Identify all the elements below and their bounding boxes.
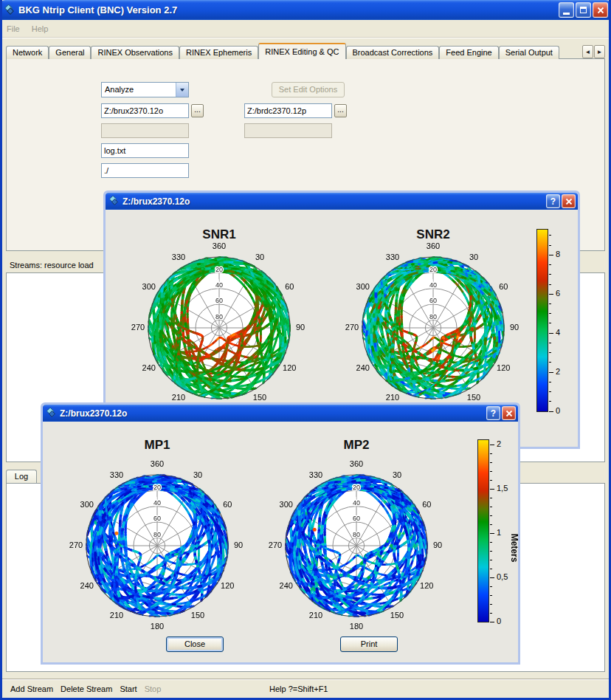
colorbar-minor-tick: [490, 480, 492, 481]
snr-dialog-close-button[interactable]: [562, 194, 576, 208]
close-plot-button[interactable]: Close: [166, 636, 224, 652]
browse-input-nav-button[interactable]: ...: [334, 104, 347, 117]
snr-colorbar: 86420: [536, 229, 581, 412]
colorbar-major-tick: [549, 411, 553, 412]
mp-plot-dialog: Z:/brux2370.12o ? MP1 MP2 21,510,50 Mete…: [41, 402, 520, 665]
print-plot-button[interactable]: Print: [340, 636, 398, 652]
app-icon: [3, 4, 15, 16]
colorbar-major-tick: [490, 489, 494, 490]
colorbar-tick-label: 0: [497, 617, 501, 625]
close-icon: [565, 198, 573, 205]
colorbar-major-tick: [549, 294, 553, 295]
colorbar-tick-label: 4: [556, 328, 560, 337]
tab-scroll-left-button[interactable]: ◄: [582, 45, 593, 58]
colorbar-minor-tick: [549, 343, 551, 343]
mp-dialog-titlebar: Z:/brux2370.12o ?: [43, 405, 518, 422]
skyplot-snr2: [337, 232, 529, 418]
tab-scroll-right-button[interactable]: ►: [594, 45, 605, 58]
mp-dialog-body: MP1 MP2 21,510,50 Meters Close Print: [43, 422, 518, 662]
plots-dir-field[interactable]: [101, 163, 189, 178]
colorbar-minor-tick: [549, 264, 551, 265]
input-obs-field[interactable]: [101, 103, 189, 118]
tab-feed-engine[interactable]: Feed Engine: [439, 46, 498, 59]
colorbar-minor-tick: [549, 245, 551, 246]
colorbar-major-tick: [549, 255, 553, 255]
combo-dropdown-icon[interactable]: [176, 83, 188, 97]
output-nav-field[interactable]: [244, 123, 332, 138]
tab-rinex-observations[interactable]: RINEX Observations: [91, 46, 179, 59]
colorbar-gradient: [536, 229, 548, 412]
colorbar-minor-tick: [549, 391, 551, 392]
colorbar-tick-label: 8: [556, 250, 560, 258]
colorbar-minor-tick: [490, 586, 492, 587]
action-combobox[interactable]: Analyze: [101, 82, 189, 97]
set-edit-options-button[interactable]: Set Edit Options: [272, 82, 345, 97]
colorbar-major-tick: [490, 577, 494, 578]
colorbar-minor-tick: [490, 524, 492, 525]
tab-rinex-ephemeris[interactable]: RINEX Ephemeris: [179, 46, 258, 59]
dialog-icon: [45, 408, 56, 419]
colorbar-minor-tick: [549, 235, 551, 236]
tab-general[interactable]: General: [49, 46, 91, 59]
colorbar-tick-label: 1,5: [497, 484, 508, 493]
tab-broadcast-corrections[interactable]: Broadcast Corrections: [346, 46, 440, 59]
menu-help[interactable]: Help: [32, 24, 49, 33]
window-title: BKG Ntrip Client (BNC) Version 2.7: [18, 4, 559, 16]
tab-bar: NetworkGeneralRINEX ObservationsRINEX Ep…: [6, 44, 605, 59]
colorbar-major-tick: [549, 333, 553, 334]
close-icon: [597, 7, 604, 14]
statusbar-add-stream[interactable]: Add Stream: [10, 684, 53, 693]
tab-network[interactable]: Network: [6, 46, 49, 59]
close-icon: [505, 410, 513, 417]
colorbar-minor-tick: [490, 595, 492, 596]
mp-dialog-help-button[interactable]: ?: [486, 406, 500, 420]
mp-dialog-close-button[interactable]: [502, 406, 516, 420]
colorbar-minor-tick: [549, 352, 551, 353]
colorbar-major-tick: [549, 372, 553, 373]
logfile-field[interactable]: [101, 143, 189, 158]
colorbar-minor-tick: [490, 498, 492, 498]
close-button[interactable]: [593, 2, 608, 18]
colorbar-minor-tick: [490, 453, 492, 454]
status-bar: Add StreamDelete StreamStartStop Help ?=…: [2, 679, 609, 698]
output-obs-field[interactable]: [101, 123, 189, 138]
colorbar-tick-label: 6: [556, 289, 560, 298]
bnc-main-window: BKG Ntrip Client (BNC) Version 2.7 File …: [0, 0, 611, 700]
streams-label: Streams: resource load: [10, 261, 94, 270]
dialog-icon: [108, 196, 119, 207]
colorbar-minor-tick: [490, 604, 492, 605]
snr-dialog-titlebar: Z:/brux2370.12o ?: [106, 193, 578, 210]
skyplot-mp1: [61, 450, 253, 636]
statusbar-help: Help ?=Shift+F1: [269, 684, 328, 693]
colorbar-minor-tick: [549, 382, 551, 382]
mp-dialog-title: Z:/brux2370.12o: [60, 408, 486, 419]
maximize-button[interactable]: [576, 2, 591, 18]
statusbar-delete-stream[interactable]: Delete Stream: [61, 684, 112, 693]
snr-dialog-help-button[interactable]: ?: [546, 194, 560, 208]
input-nav-field[interactable]: [244, 103, 332, 118]
statusbar-actions: Add StreamDelete StreamStartStop: [10, 684, 161, 693]
snr-dialog-title: Z:/brux2370.12o: [122, 196, 546, 207]
tab-rinex-editing-qc[interactable]: RINEX Editing & QC: [258, 43, 345, 59]
colorbar-minor-tick: [490, 515, 492, 516]
minimize-button[interactable]: [559, 2, 574, 18]
statusbar-stop: Stop: [145, 684, 162, 693]
skyplot-mp2: [260, 450, 452, 636]
colorbar-tick-label: 2: [497, 439, 501, 448]
colorbar-minor-tick: [549, 303, 551, 304]
statusbar-start[interactable]: Start: [120, 684, 137, 693]
action-value: Analyze: [102, 83, 176, 97]
colorbar-minor-tick: [549, 313, 551, 314]
colorbar-major-tick: [490, 622, 494, 622]
log-tab[interactable]: Log: [6, 470, 37, 484]
tab-serial-output[interactable]: Serial Output: [499, 46, 559, 59]
colorbar-minor-tick: [490, 613, 492, 614]
colorbar-minor-tick: [549, 323, 551, 323]
browse-input-obs-button[interactable]: ...: [191, 104, 204, 117]
colorbar-major-tick: [490, 445, 494, 445]
colorbar-tick-label: 2: [556, 367, 560, 376]
colorbar-minor-tick: [549, 274, 551, 275]
colorbar-minor-tick: [549, 284, 551, 285]
menu-file[interactable]: File: [7, 24, 20, 33]
colorbar-minor-tick: [490, 471, 492, 472]
